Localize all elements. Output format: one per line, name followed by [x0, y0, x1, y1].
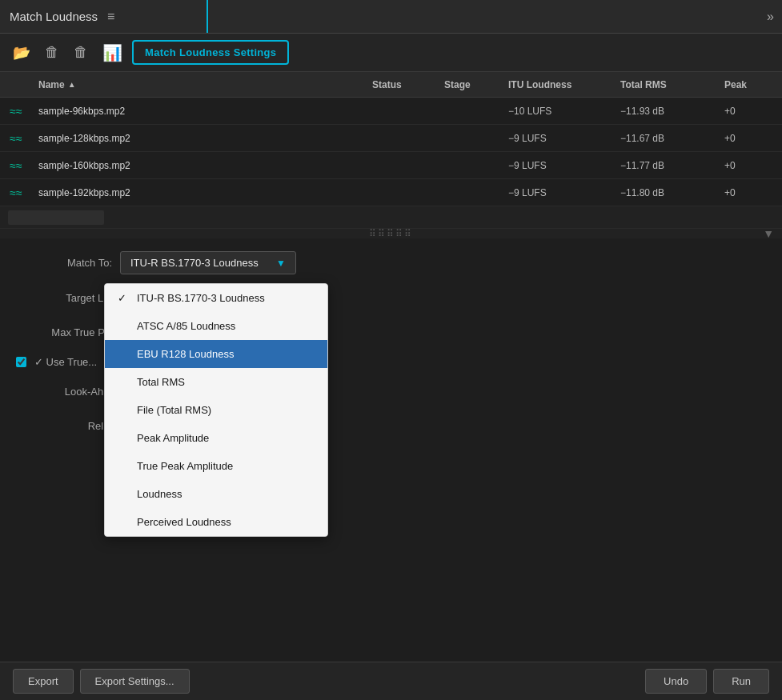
dropdown-item-label: Peak Amplitude	[137, 432, 209, 444]
table-row[interactable]: ≈≈ sample-192kbps.mp2 −9 LUFS −11.80 dB …	[0, 179, 782, 206]
col-itu[interactable]: ITU Loudness	[502, 79, 614, 90]
use-true-label: ✓ Use True...	[34, 356, 97, 368]
col-peak[interactable]: Peak	[718, 79, 782, 90]
match-to-label: Match To:	[16, 257, 112, 269]
undo-button[interactable]: Undo	[645, 669, 707, 694]
footer: Export Export Settings... Undo Run	[0, 662, 782, 700]
col-name-label: Name	[38, 79, 65, 90]
row-rms: −11.93 dB	[614, 106, 718, 117]
table-row[interactable]: ≈≈ sample-128kbps.mp2 −9 LUFS −11.67 dB …	[0, 125, 782, 152]
row-filename: sample-96kbps.mp2	[32, 106, 366, 117]
row-filename: sample-160kbps.mp2	[32, 160, 366, 171]
row-rms: −11.67 dB	[614, 133, 718, 144]
panel-title: Match Loudness	[10, 10, 98, 23]
dropdown-item-peak-amplitude[interactable]: Peak Amplitude	[105, 424, 327, 452]
trash-icon: 🗑	[45, 44, 59, 61]
match-to-dropdown-menu: ✓ ITU-R BS.1770-3 Loudness ATSC A/85 Lou…	[104, 283, 328, 537]
trash2-icon: 🗑	[74, 44, 88, 61]
dropdown-item-label: ITU-R BS.1770-3 Loudness	[137, 292, 265, 304]
row-peak: +0	[718, 106, 782, 117]
checkmark-icon: ✓	[118, 292, 130, 304]
match-to-dropdown[interactable]: ITU-R BS.1770-3 Loudness ▼	[120, 251, 296, 274]
hamburger-icon[interactable]: ≡	[107, 10, 114, 24]
row-itu: −9 LUFS	[502, 160, 614, 171]
row-itu: −9 LUFS	[502, 133, 614, 144]
remove-button[interactable]: 🗑	[40, 41, 64, 64]
partial-row-bg	[8, 210, 104, 225]
dropdown-item-label: Perceived Loudness	[137, 516, 231, 528]
target-label: Target L...	[16, 292, 112, 304]
col-name[interactable]: Name ▲	[32, 79, 366, 90]
match-to-row: Match To: ITU-R BS.1770-3 Loudness ▼	[16, 251, 766, 274]
expand-icon[interactable]: »	[767, 10, 782, 24]
row-icon: ≈≈	[0, 186, 32, 199]
max-true-label: Max True P...	[16, 326, 112, 338]
col-status[interactable]: Status	[366, 79, 438, 90]
partial-row	[0, 206, 782, 229]
look-ahead-label: Look-Ah...	[16, 386, 112, 398]
match-loudness-settings-button[interactable]: Match Loudness Settings	[132, 40, 289, 65]
use-true-checkbox[interactable]	[16, 357, 26, 367]
dropdown-item-atsc[interactable]: ATSC A/85 Loudness	[105, 312, 327, 340]
dropdown-item-label: True Peak Amplitude	[137, 460, 233, 472]
settings-panel: Match To: ITU-R BS.1770-3 Loudness ▼ Tar…	[0, 238, 782, 662]
resize-handle-dots: ⠿⠿⠿⠿⠿	[369, 228, 413, 239]
table-row[interactable]: ≈≈ sample-160kbps.mp2 −9 LUFS −11.77 dB …	[0, 152, 782, 179]
title-bar-left: Match Loudness ≡	[0, 0, 208, 33]
row-peak: +0	[718, 187, 782, 198]
run-button[interactable]: Run	[713, 669, 769, 694]
row-icon: ≈≈	[0, 105, 32, 118]
dropdown-item-true-peak[interactable]: True Peak Amplitude	[105, 452, 327, 480]
table-row[interactable]: ≈≈ sample-96kbps.mp2 −10 LUFS −11.93 dB …	[0, 98, 782, 125]
resize-divider[interactable]: ⠿⠿⠿⠿⠿ ▼	[0, 229, 782, 238]
dropdown-item-itu[interactable]: ✓ ITU-R BS.1770-3 Loudness	[105, 284, 327, 312]
row-rms: −11.77 dB	[614, 160, 718, 171]
sort-arrow[interactable]: ▲	[68, 80, 76, 89]
dropdown-arrow-icon: ▼	[276, 258, 286, 269]
folder-icon: 📂	[13, 44, 30, 62]
dropdown-item-label: Total RMS	[137, 376, 185, 388]
table-header: Name ▲ Status Stage ITU Loudness Total R…	[0, 72, 782, 98]
dropdown-item-label: EBU R128 Loudness	[137, 348, 234, 360]
dropdown-item-file-rms[interactable]: File (Total RMS)	[105, 396, 327, 424]
row-icon: ≈≈	[0, 132, 32, 145]
row-filename: sample-128kbps.mp2	[32, 133, 366, 144]
col-stage[interactable]: Stage	[438, 79, 502, 90]
toolbar: 📂 🗑 🗑 📊 Match Loudness Settings	[0, 34, 782, 72]
audio-icon: 📊	[102, 43, 122, 62]
title-bar: Match Loudness ≡ »	[0, 0, 782, 34]
row-itu: −10 LUFS	[502, 106, 614, 117]
row-peak: +0	[718, 160, 782, 171]
row-rms: −11.80 dB	[614, 187, 718, 198]
dropdown-item-perceived[interactable]: Perceived Loudness	[105, 508, 327, 536]
dropdown-item-label: Loudness	[137, 488, 182, 500]
file-table: Name ▲ Status Stage ITU Loudness Total R…	[0, 72, 782, 229]
dropdown-item-label: File (Total RMS)	[137, 404, 211, 416]
export-settings-button[interactable]: Export Settings...	[80, 669, 190, 694]
dropdown-item-total-rms[interactable]: Total RMS	[105, 368, 327, 396]
add-files-button[interactable]: 📂	[8, 41, 35, 65]
analyze-button[interactable]: 📊	[98, 40, 127, 66]
dropdown-item-label: ATSC A/85 Loudness	[137, 320, 235, 332]
dropdown-item-loudness[interactable]: Loudness	[105, 480, 327, 508]
row-itu: −9 LUFS	[502, 187, 614, 198]
col-rms[interactable]: Total RMS	[614, 79, 718, 90]
rel-label: Rel...	[16, 420, 112, 432]
dropdown-item-ebu[interactable]: EBU R128 Loudness	[105, 340, 327, 368]
export-button[interactable]: Export	[13, 669, 74, 694]
row-peak: +0	[718, 133, 782, 144]
row-icon: ≈≈	[0, 159, 32, 172]
match-to-value: ITU-R BS.1770-3 Loudness	[130, 257, 259, 269]
row-filename: sample-192kbps.mp2	[32, 187, 366, 198]
clear-button[interactable]: 🗑	[69, 41, 93, 64]
